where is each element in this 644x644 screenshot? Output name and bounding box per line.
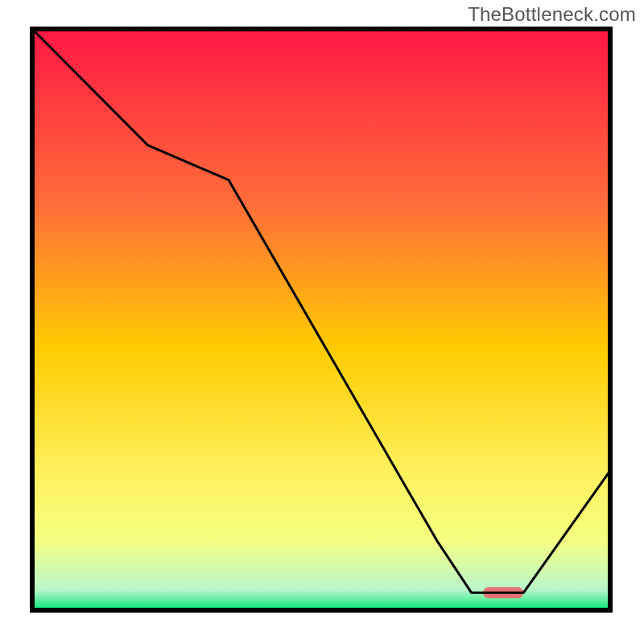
bottleneck-chart bbox=[0, 0, 644, 644]
chart-root: TheBottleneck.com bbox=[0, 0, 644, 644]
watermark-text: TheBottleneck.com bbox=[468, 3, 636, 26]
